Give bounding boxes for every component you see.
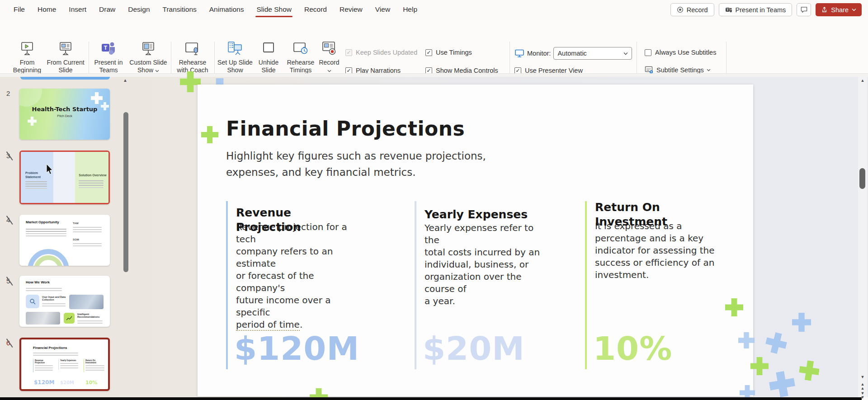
present-in-teams-button[interactable]: T Present in Teams xyxy=(719,3,793,16)
menu-view[interactable]: View xyxy=(369,0,396,19)
powerpoint-window: File Home Insert Draw Design Transitions… xyxy=(0,0,868,400)
checkbox-icon xyxy=(425,49,432,56)
menu-insert[interactable]: Insert xyxy=(62,0,93,19)
thumb-col2: Yearly Expenses xyxy=(58,359,78,370)
slide6-thumbnail-current[interactable]: Financial Projections Revenue Projection… xyxy=(19,338,110,391)
unhide-slide-button[interactable]: Unhide Slide xyxy=(253,40,284,74)
thumb-card-icon-blue xyxy=(26,295,39,308)
menu-file[interactable]: File xyxy=(7,0,31,19)
menu-slide-show[interactable]: Slide Show xyxy=(250,0,298,19)
plus-shape xyxy=(201,126,218,143)
chevron-down-icon xyxy=(155,70,159,72)
comments-button[interactable] xyxy=(797,3,811,16)
slide-title[interactable]: Financial Projections xyxy=(226,117,465,140)
slide5-thumbnail[interactable]: How We Work User Input and Data Collecti… xyxy=(19,276,110,327)
share-button[interactable]: Share xyxy=(816,3,862,16)
thumb-title: Financial Projections xyxy=(33,346,67,350)
menu-help[interactable]: Help xyxy=(396,0,424,19)
slide-subtitle[interactable]: Highlight key figures such as revenue pr… xyxy=(226,148,486,180)
teams-ribbon-icon: T xyxy=(90,40,127,56)
menu-bar: File Home Insert Draw Design Transitions… xyxy=(0,0,868,19)
plus-shape xyxy=(798,359,821,382)
set-up-slide-show-button[interactable]: Set Up Slide Show xyxy=(216,40,254,74)
thumb-label-som: SOM xyxy=(73,238,79,241)
thumb-text-lines xyxy=(73,226,102,234)
column-heading: Yearly Expenses xyxy=(425,207,533,222)
slide-number-2: 2 xyxy=(6,89,18,97)
monitor-dropdown[interactable]: Automatic xyxy=(553,47,632,60)
thumb-title: Market Opportunity xyxy=(26,220,59,224)
thumb-label-tam: TAM xyxy=(73,222,79,225)
slide4-thumbnail[interactable]: Market Opportunity TAM SOM xyxy=(19,215,110,266)
chevron-down-icon xyxy=(852,8,856,11)
menu-draw[interactable]: Draw xyxy=(93,0,122,19)
monitor-icon xyxy=(514,49,524,58)
use-timings-checkbox[interactable]: Use Timings xyxy=(425,49,472,56)
thumb-title: How We Work xyxy=(26,280,50,284)
column-heading: Revenue Projection xyxy=(236,206,344,235)
thumb-text-lines xyxy=(25,180,47,190)
rehearse-timings-icon xyxy=(283,40,318,56)
thumb-text-lines xyxy=(42,302,66,308)
titlebar-actions: Record T Present in Teams Share xyxy=(670,3,862,16)
scroll-down-arrow[interactable]: ▼ xyxy=(858,375,867,379)
from-current-slide-button[interactable]: From Current Slide xyxy=(45,40,86,74)
menu-transitions[interactable]: Transitions xyxy=(156,0,203,19)
menu-home[interactable]: Home xyxy=(31,0,62,19)
rehearse-with-coach-button[interactable]: Rehearse with Coach xyxy=(173,40,212,74)
menu-items: File Home Insert Draw Design Transitions… xyxy=(7,0,424,19)
ribbon: From Beginning From Current Slide T Pres… xyxy=(0,19,868,73)
panel-scrollbar-thumb[interactable] xyxy=(123,112,128,272)
column-value: $120M xyxy=(234,329,359,367)
chevron-down-icon xyxy=(707,69,711,71)
always-use-subtitles-checkbox[interactable]: Always Use Subtitles xyxy=(645,49,716,56)
scrollbar-thumb[interactable] xyxy=(859,168,865,189)
slide1-thumbnail-edge[interactable] xyxy=(20,77,110,80)
column-body: It is expressed as a percentage and is a… xyxy=(595,220,722,281)
thumb-photo xyxy=(69,295,104,309)
mouse-cursor xyxy=(45,164,54,175)
thumb-title: Health-Tech Startup xyxy=(19,106,110,113)
column-accent-bar xyxy=(415,201,416,369)
custom-slide-show-button[interactable]: Custom Slide Show xyxy=(127,40,169,74)
thumb-mid-panel xyxy=(53,152,75,203)
slide-number-6-hidden-current: 6. xyxy=(6,339,18,347)
from-beginning-button[interactable]: From Beginning xyxy=(8,40,46,74)
bottom-black-bar xyxy=(0,397,862,400)
thumb-left-panel: Problem Statement xyxy=(21,152,53,203)
thumb-semicircle-chart xyxy=(25,247,72,266)
thumb-value-2: $20M xyxy=(60,380,74,385)
menu-record[interactable]: Record xyxy=(298,0,333,19)
thumb-card1-title: User Input and Data Collection xyxy=(42,296,66,301)
thumb-right-title: Solution Overview xyxy=(79,174,106,177)
spellcheck-underline: period of time xyxy=(236,319,300,331)
rehearse-timings-button[interactable]: Rehearse Timings xyxy=(283,40,318,74)
checkbox-icon xyxy=(345,49,352,56)
record-button[interactable]: Record xyxy=(670,3,714,16)
vertical-scrollbar[interactable]: ▲ ▼ ▲▲ ▼▼ xyxy=(858,77,867,397)
thumb-text-lines xyxy=(73,242,102,248)
menu-review[interactable]: Review xyxy=(333,0,369,19)
column-accent-bar xyxy=(226,201,228,369)
thumb-value-1: $120M xyxy=(34,379,54,386)
present-in-teams-ribbon-button[interactable]: T Present in Teams xyxy=(90,40,127,74)
unhide-slide-icon xyxy=(253,40,284,56)
plus-shape xyxy=(750,357,769,375)
previous-slide-button[interactable]: ▲▲ xyxy=(858,382,867,391)
record-ribbon-icon xyxy=(316,40,342,56)
record-ribbon-button[interactable]: Record xyxy=(316,40,342,74)
thumb-right-panel: Solution Overview xyxy=(75,152,108,203)
slide2-thumbnail[interactable]: Health-Tech Startup Pitch Deck xyxy=(19,89,110,140)
plus-shape xyxy=(91,92,103,104)
column-heading: Return On Investment xyxy=(595,200,685,229)
menu-animations[interactable]: Animations xyxy=(203,0,250,19)
current-slide[interactable]: Financial Projections Highlight key figu… xyxy=(198,85,753,396)
slide3-thumbnail-selected[interactable]: Problem Statement Solution Overview xyxy=(19,151,110,204)
plus-shape xyxy=(792,313,811,332)
keep-slides-updated-checkbox[interactable]: Keep Slides Updated xyxy=(345,49,417,56)
scroll-up-arrow[interactable]: ▲ xyxy=(858,79,867,83)
thumb-text-lines xyxy=(77,319,103,325)
svg-text:T: T xyxy=(104,45,108,51)
menu-design[interactable]: Design xyxy=(122,0,156,19)
panel-scroll-up-arrow[interactable]: ▲ xyxy=(123,78,127,83)
